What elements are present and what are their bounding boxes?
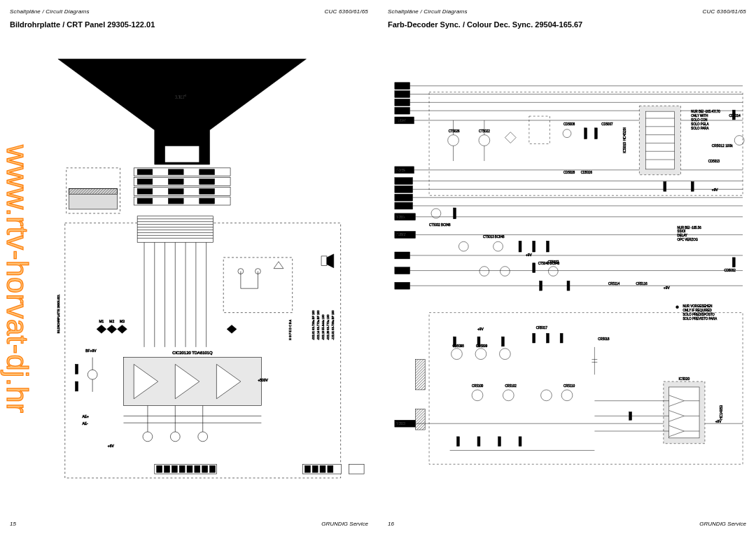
svg-rect-177 <box>691 182 694 192</box>
svg-text:+6V: +6V <box>108 444 115 448</box>
svg-point-183 <box>548 267 558 276</box>
svg-text:CR5017: CR5017 <box>536 326 548 330</box>
right-schematic: J4 C G J5 +12V FBAS F6H SYC SDA SCL TBM1… <box>388 33 746 517</box>
svg-rect-63 <box>157 465 162 472</box>
svg-text:F6H: F6H <box>397 180 404 183</box>
svg-text:J5: J5 <box>398 109 401 113</box>
left-footer-right: GRUNDIG Service <box>321 521 368 527</box>
svg-rect-186 <box>567 281 570 290</box>
svg-rect-16 <box>168 198 183 204</box>
svg-rect-17 <box>200 198 215 204</box>
svg-text:BB: BB <box>398 254 402 258</box>
svg-point-179 <box>479 267 489 276</box>
svg-text:CD5026: CD5026 <box>581 171 593 174</box>
svg-text:CIC20120  TDA6101Q: CIC20120 TDA6101Q <box>172 351 213 355</box>
svg-text:SOLO PGLA: SOLO PGLA <box>691 122 708 126</box>
svg-text:+9V: +9V <box>712 188 719 192</box>
svg-text:M2: M2 <box>109 320 114 323</box>
svg-rect-196 <box>415 409 425 430</box>
svg-point-52 <box>143 432 153 442</box>
svg-point-167 <box>458 241 468 251</box>
svg-text:CD5008: CD5008 <box>564 122 575 126</box>
right-page-num: 16 <box>388 521 394 527</box>
svg-text:-122.01  63-736a BF 100: -122.01 63-736a BF 100 <box>331 310 335 340</box>
svg-text:+9V: +9V <box>664 286 671 290</box>
svg-point-168 <box>493 241 503 251</box>
svg-rect-169 <box>519 241 522 252</box>
svg-text:AE+: AE+ <box>82 415 89 419</box>
svg-rect-155 <box>594 128 597 139</box>
svg-rect-22 <box>137 216 213 242</box>
svg-rect-206 <box>560 333 563 343</box>
svg-text:IC5020: IC5020 <box>678 377 690 381</box>
svg-text:M3: M3 <box>120 320 125 323</box>
svg-text:SCL: SCL <box>397 204 404 208</box>
svg-point-212 <box>503 390 514 401</box>
svg-text:SOLO CON: SOLO CON <box>691 118 707 122</box>
page-divider <box>378 0 379 534</box>
svg-text:CT5026: CT5026 <box>449 129 460 133</box>
svg-rect-205 <box>546 333 549 343</box>
svg-rect-176 <box>664 182 666 192</box>
svg-text:SOLO PREDISPOSTO: SOLO PREDISPOSTO <box>682 313 715 316</box>
svg-text:CD5014: CD5014 <box>729 114 741 118</box>
svg-rect-171 <box>546 241 549 252</box>
right-header-left: Schaltpläne / Circuit Diagrams <box>388 8 468 15</box>
svg-text:NUR BEI -165.47/.70: NUR BEI -165.47/.70 <box>691 110 720 113</box>
svg-text:+9V: +9V <box>526 253 533 257</box>
svg-text:SSIOI: SSIOI <box>678 230 686 233</box>
svg-text:CD5098: CD5098 <box>453 344 465 348</box>
svg-text:CR5018: CR5018 <box>598 337 610 341</box>
svg-rect-221 <box>519 437 522 447</box>
svg-rect-66 <box>179 465 185 472</box>
svg-text:AT: AT <box>398 284 402 288</box>
svg-rect-202 <box>501 337 504 346</box>
svg-rect-9 <box>137 179 153 185</box>
svg-text:SYC: SYC <box>397 188 405 191</box>
svg-text:CD5099: CD5099 <box>476 344 488 348</box>
left-footer: 15 GRUNDIG Service <box>10 521 368 527</box>
svg-text:TBM1: TBM1 <box>396 216 405 219</box>
svg-text:SOLO PREVISTO PARA: SOLO PREVISTO PARA <box>682 317 717 321</box>
svg-point-54 <box>198 432 208 442</box>
svg-text:CD5013: CD5013 <box>708 160 720 163</box>
svg-rect-224 <box>669 387 699 438</box>
svg-text:NUR VORGESEHEN: NUR VORGESEHEN <box>682 304 712 308</box>
svg-text:CR5102: CR5102 <box>505 384 517 388</box>
svg-point-190 <box>676 306 679 309</box>
svg-text:+12V: +12V <box>398 119 406 122</box>
svg-rect-220 <box>498 437 501 447</box>
svg-text:SOLO PARA: SOLO PARA <box>691 127 708 130</box>
svg-text:-022.28  63-770a 100: -022.28 63-770a 100 <box>326 314 330 340</box>
right-page: Schaltpläne / Circuit Diagrams CUC 6360/… <box>378 0 756 534</box>
svg-text:-022.14  63-770a BF 100: -022.14 63-770a BF 100 <box>316 310 320 340</box>
svg-text:FBAS: FBAS <box>396 169 406 172</box>
svg-text:J4: J4 <box>398 85 401 88</box>
svg-point-198 <box>475 349 486 360</box>
svg-rect-14 <box>200 188 215 194</box>
svg-rect-235 <box>732 258 735 267</box>
svg-rect-41 <box>321 256 327 266</box>
left-title: Bildrohrplatte / CRT Panel 29305-122.01 <box>10 20 368 29</box>
svg-text:NUR BEI -105.56: NUR BEI -105.56 <box>678 226 702 230</box>
left-page: Schaltpläne / Circuit Diagrams CUC 6360/… <box>0 0 378 534</box>
svg-text:CR5100: CR5100 <box>472 384 484 388</box>
svg-point-146 <box>448 135 459 146</box>
svg-rect-218 <box>456 437 459 447</box>
right-footer-right: GRUNDIG Service <box>699 521 746 527</box>
svg-point-153 <box>563 129 571 138</box>
svg-text:AE-: AE- <box>82 422 88 426</box>
svg-text:110°: 110° <box>175 94 186 100</box>
left-header-right: CUC 6360/61/65 <box>325 8 368 15</box>
svg-text:CR5114: CR5114 <box>608 282 620 286</box>
svg-rect-12 <box>137 188 153 194</box>
svg-text:+500V: +500V <box>258 379 268 382</box>
svg-text:HC14053: HC14053 <box>720 405 723 420</box>
svg-rect-195 <box>415 360 425 390</box>
right-header: Schaltpläne / Circuit Diagrams CUC 6360/… <box>388 8 746 15</box>
svg-rect-72 <box>304 465 310 472</box>
svg-rect-11 <box>200 179 215 185</box>
svg-text:ONLY IF REQUIRED: ONLY IF REQUIRED <box>682 309 711 312</box>
svg-rect-64 <box>164 465 170 472</box>
svg-point-199 <box>500 349 511 360</box>
